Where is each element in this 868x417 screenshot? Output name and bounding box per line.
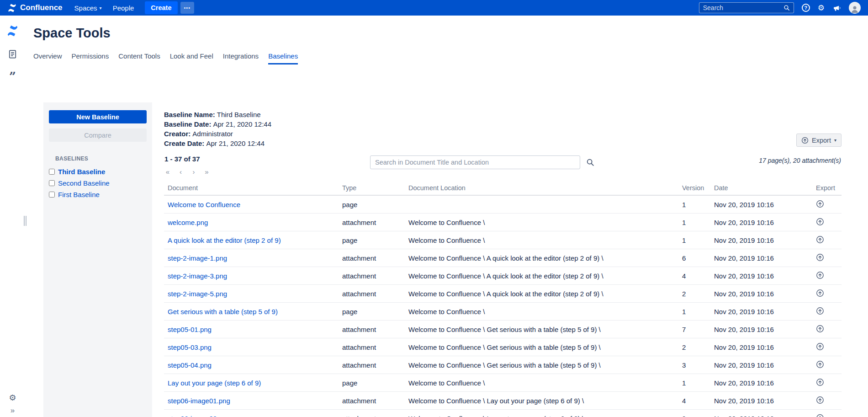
last-page-icon[interactable]: » — [203, 168, 210, 176]
settings-gear-icon[interactable]: ⚙ — [818, 4, 825, 12]
user-avatar[interactable] — [849, 2, 861, 14]
tab-permissions[interactable]: Permissions — [72, 52, 109, 64]
row-export-icon[interactable] — [816, 200, 824, 208]
document-link[interactable]: Welcome to Confluence — [168, 201, 240, 208]
create-button[interactable]: Create — [145, 1, 177, 14]
date-cell: Nov 20, 2019 10:16 — [710, 374, 812, 392]
help-icon[interactable]: ? — [802, 4, 810, 12]
baseline-link-second[interactable]: Second Baseline — [58, 179, 110, 187]
row-export-icon[interactable] — [816, 218, 824, 226]
compare-button[interactable]: Compare — [49, 128, 147, 142]
pages-icon[interactable] — [7, 49, 18, 59]
location-cell — [405, 195, 678, 214]
export-cell — [812, 321, 842, 338]
document-link[interactable]: step05-03.png — [168, 343, 212, 351]
baseline-checkbox[interactable] — [49, 169, 55, 175]
document-link[interactable]: welcome.png — [168, 219, 208, 226]
confluence-home-link[interactable]: Confluence — [7, 3, 63, 13]
tab-content-tools[interactable]: Content Tools — [118, 52, 160, 64]
row-export-icon[interactable] — [816, 289, 824, 297]
tab-overview[interactable]: Overview — [33, 52, 62, 64]
document-link[interactable]: Get serious with a table (step 5 of 9) — [168, 308, 278, 315]
document-cell: step05-03.png — [164, 338, 339, 356]
nav-people[interactable]: People — [107, 4, 140, 12]
export-cell — [812, 392, 842, 410]
row-export-icon[interactable] — [816, 271, 824, 279]
document-link[interactable]: step05-04.png — [168, 361, 212, 369]
version-cell: 3 — [678, 410, 710, 417]
col-type: Type — [339, 181, 405, 195]
document-link[interactable]: step05-01.png — [168, 326, 212, 333]
export-cell — [812, 214, 842, 231]
first-page-icon[interactable]: « — [164, 168, 171, 176]
space-logo-icon[interactable] — [6, 25, 19, 37]
document-link[interactable]: A quick look at the editor (step 2 of 9) — [168, 236, 281, 244]
type-cell: attachment — [339, 285, 405, 303]
version-cell: 7 — [678, 321, 710, 338]
document-link[interactable]: Lay out your page (step 6 of 9) — [168, 379, 261, 387]
date-cell: Nov 20, 2019 10:16 — [710, 410, 812, 417]
location-cell: Welcome to Confluence \ Lay out your pag… — [405, 410, 678, 417]
tab-integrations[interactable]: Integrations — [223, 52, 259, 64]
location-cell: Welcome to Confluence \ — [405, 374, 678, 392]
document-cell: welcome.png — [164, 214, 339, 231]
date-cell: Nov 20, 2019 10:16 — [710, 195, 812, 214]
document-link[interactable]: step06-image02.png — [168, 415, 230, 417]
expand-sidebar-icon[interactable]: » — [11, 406, 15, 414]
date-cell: Nov 20, 2019 10:16 — [710, 285, 812, 303]
prev-page-icon[interactable]: ‹ — [177, 168, 184, 176]
baseline-checkbox[interactable] — [49, 192, 55, 198]
document-link[interactable]: step-2-image-1.png — [168, 254, 227, 262]
col-date: Date — [710, 181, 812, 195]
row-export-icon[interactable] — [816, 414, 824, 417]
export-cell — [812, 356, 842, 374]
location-cell: Welcome to Confluence \ A quick look at … — [405, 285, 678, 303]
baseline-link-third[interactable]: Third Baseline — [58, 168, 105, 176]
table-row: step06-image02.png attachment Welcome to… — [164, 410, 842, 417]
row-export-icon[interactable] — [816, 307, 824, 315]
nav-spaces-label: Spaces — [74, 4, 97, 12]
row-export-icon[interactable] — [816, 235, 824, 244]
table-header-row: Document Type Document Location Version … — [164, 181, 842, 195]
new-baseline-button[interactable]: New Baseline — [49, 110, 147, 123]
export-dropdown-button[interactable]: Export ▾ — [796, 134, 842, 147]
blog-quote-icon[interactable]: ” — [9, 73, 16, 80]
baseline-link-first[interactable]: First Baseline — [58, 191, 100, 198]
row-export-icon[interactable] — [816, 396, 824, 404]
location-cell: Welcome to Confluence \ Lay out your pag… — [405, 392, 678, 410]
row-export-icon[interactable] — [816, 360, 824, 369]
more-button[interactable]: ••• — [180, 2, 195, 14]
document-search-input[interactable] — [370, 155, 580, 169]
baseline-checkbox[interactable] — [49, 180, 55, 186]
tab-baselines[interactable]: Baselines — [268, 52, 298, 64]
announcement-icon[interactable] — [832, 4, 841, 12]
type-cell: page — [339, 374, 405, 392]
field-value: Apr 21, 2020 12:44 — [213, 120, 271, 128]
document-link[interactable]: step-2-image-5.png — [168, 290, 227, 298]
location-cell: Welcome to Confluence \ — [405, 303, 678, 321]
navbar-left: Confluence Spaces ▾ People Create ••• — [7, 1, 194, 14]
table-row: step-2-image-5.png attachment Welcome to… — [164, 285, 842, 303]
nav-people-label: People — [113, 4, 134, 12]
tab-look-and-feel[interactable]: Look and Feel — [170, 52, 213, 64]
document-link[interactable]: step06-image01.png — [168, 397, 230, 405]
row-export-icon[interactable] — [816, 378, 824, 386]
export-cell — [812, 195, 842, 214]
baselines-section-heading: BASELINES — [55, 155, 152, 162]
sidebar-resize-handle[interactable] — [24, 216, 26, 226]
row-export-icon[interactable] — [816, 325, 824, 333]
nav-spaces[interactable]: Spaces ▾ — [69, 4, 107, 12]
type-cell: page — [339, 303, 405, 321]
search-icon[interactable] — [783, 5, 790, 11]
document-link[interactable]: step-2-image-3.png — [168, 272, 227, 280]
space-settings-icon[interactable]: ⚙ — [9, 394, 16, 402]
row-export-icon[interactable] — [816, 253, 824, 262]
next-page-icon[interactable]: › — [190, 168, 197, 176]
export-cell — [812, 338, 842, 356]
document-search-icon[interactable] — [586, 158, 594, 166]
location-cell: Welcome to Confluence \ A quick look at … — [405, 249, 678, 267]
brand-label: Confluence — [20, 3, 63, 12]
global-search-input[interactable] — [703, 4, 783, 11]
col-location: Document Location — [405, 181, 678, 195]
row-export-icon[interactable] — [816, 342, 824, 351]
